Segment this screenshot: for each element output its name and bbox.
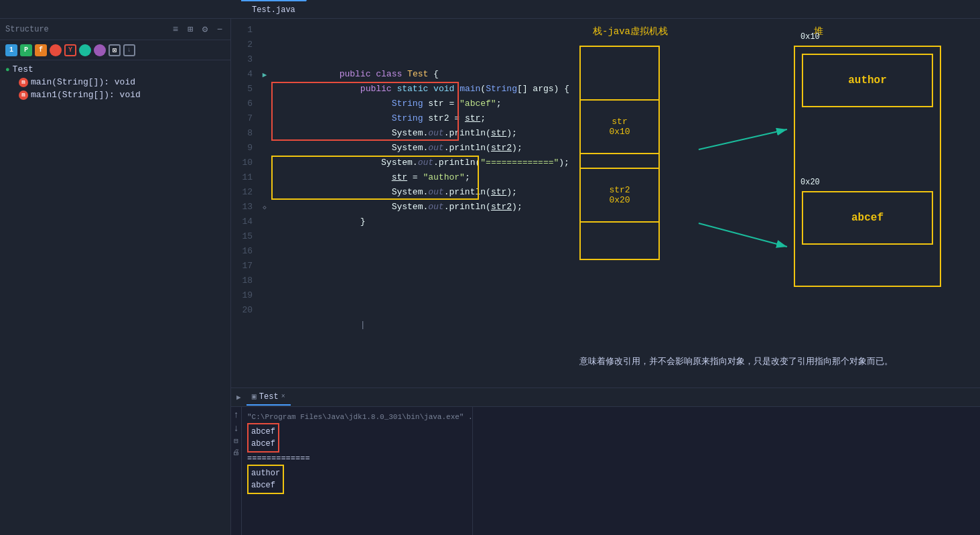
tree-item-main1-label: main1(String[]): void: [31, 90, 141, 100]
icon-purple: [94, 44, 106, 56]
heap-addr-0x20: 0x20: [800, 178, 820, 187]
icon-p: P: [20, 44, 32, 56]
heap-abcef-value: abcef: [851, 212, 884, 224]
tree: ● Test m main(String[]): void m main1(St…: [0, 60, 230, 104]
stack-gap: [581, 154, 658, 168]
icon-1: 1: [5, 44, 17, 56]
run-icon: ▶: [236, 393, 241, 402]
sidebar-title: Structure: [5, 25, 166, 34]
stack-cell-bottom: [581, 221, 658, 261]
sidebar: Structure ≡ ⊞ ⚙ − 1 P f Y ⊠ ↓ ● Test m m…: [0, 19, 231, 535]
sort-icon[interactable]: ≡: [170, 24, 181, 35]
tree-item-main-label: main(String[]): void: [31, 77, 135, 87]
str2-addr: 0x20: [609, 195, 630, 205]
heap-cell-author: author: [802, 54, 933, 107]
icon-box: ⊠: [109, 44, 121, 56]
stack-label: 栈-java虚拟机栈: [593, 25, 668, 38]
icon-y: Y: [64, 44, 76, 56]
tab-test-java[interactable]: Test.java: [241, 0, 307, 18]
diagram-area: 栈-java虚拟机栈 堆 str 0x10 str2: [526, 19, 980, 388]
scroll-up-btn[interactable]: ↑: [233, 410, 238, 420]
str-addr: 0x10: [609, 127, 630, 137]
filter-btn[interactable]: ⊟: [234, 436, 238, 445]
method-icon-main: m: [19, 78, 28, 87]
stack-column: str 0x10 str2 0x20: [579, 46, 660, 260]
tree-item-main1[interactable]: m main1(String[]): void: [0, 88, 230, 101]
console-tab[interactable]: ▣ Test ×: [247, 389, 291, 406]
bottom-panel: ▶ ▣ Test × ↑ ↓ ⊟ 🖨 "C:\Program Files\Jav…: [231, 388, 980, 535]
bottom-content: ↑ ↓ ⊟ 🖨 "C:\Program Files\Java\jdk1.8.0_…: [231, 407, 980, 535]
main-layout: Structure ≡ ⊞ ⚙ − 1 P f Y ⊠ ↓ ● Test m m…: [0, 19, 980, 535]
svg-line-3: [699, 223, 787, 247]
stack-cell-str2: str2 0x20: [581, 168, 658, 221]
console-line-cmd: "C:\Program Files\Java\jdk1.8.0_301\bin\…: [247, 411, 467, 423]
editor-and-console: 12345 678910 1112131415 1617181920 ▶ ◇: [231, 19, 980, 535]
bottom-tabs: ▶ ▣ Test ×: [231, 388, 980, 407]
expand-icon[interactable]: ⊞: [185, 24, 196, 35]
console-line-author: author: [251, 467, 280, 479]
console-tab-label: Test: [259, 392, 279, 402]
heap-column: 0x10 author 0x20 abcef: [794, 46, 941, 287]
console-yellow-box: author abcef: [247, 465, 284, 494]
scroll-down-btn[interactable]: ↓: [233, 423, 238, 434]
tree-item-main[interactable]: m main(String[]): void: [0, 76, 230, 88]
footnote: 意味着修改引用，并不会影响原来指向对象，只是改变了引用指向那个对象而已。: [579, 355, 973, 367]
console-red-box: abcef abcef: [247, 423, 279, 453]
close-icon[interactable]: −: [214, 24, 225, 35]
str2-label: str2: [609, 185, 630, 195]
stack-cell-str: str 0x10: [581, 101, 658, 154]
settings-icon[interactable]: ⚙: [200, 24, 210, 35]
icon-row: 1 P f Y ⊠ ↓: [0, 40, 230, 60]
gutter: ▶ ◇: [258, 21, 271, 388]
tab-bar: Test.java: [0, 0, 980, 19]
console-line-abcef3: abcef: [251, 479, 280, 491]
line-numbers: 12345 678910 1112131415 1617181920: [231, 21, 258, 388]
console-tab-close[interactable]: ×: [281, 393, 285, 400]
editor-area: 12345 678910 1112131415 1617181920 ▶ ◇: [231, 19, 980, 388]
svg-line-2: [699, 129, 787, 150]
str-label: str: [612, 117, 627, 127]
print-btn[interactable]: 🖨: [232, 448, 240, 457]
tree-root-label: Test: [13, 64, 33, 74]
heap-cell-abcef: abcef: [802, 191, 933, 245]
console-line-equals: =============: [247, 453, 467, 465]
heap-addr-0x10: 0x10: [800, 32, 820, 42]
icon-teal: [79, 44, 91, 56]
heap-author-value: author: [848, 74, 887, 86]
console-line-abcef1: abcef: [251, 426, 275, 438]
tree-root-icon: ●: [5, 66, 10, 74]
method-icon-main1: m: [19, 91, 28, 100]
console-line-abcef2: abcef: [251, 438, 275, 450]
stack-cell-empty: [581, 47, 658, 101]
icon-red: [50, 44, 62, 56]
icon-f: f: [35, 44, 47, 56]
console-arrows: ↑ ↓ ⊟ 🖨: [231, 407, 242, 535]
tab-label: Test.java: [252, 5, 295, 15]
sidebar-toolbar: Structure ≡ ⊞ ⚙ −: [0, 19, 230, 40]
icon-down: ↓: [123, 44, 135, 56]
console-output: "C:\Program Files\Java\jdk1.8.0_301\bin\…: [242, 407, 473, 535]
tree-root[interactable]: ● Test: [0, 63, 230, 76]
